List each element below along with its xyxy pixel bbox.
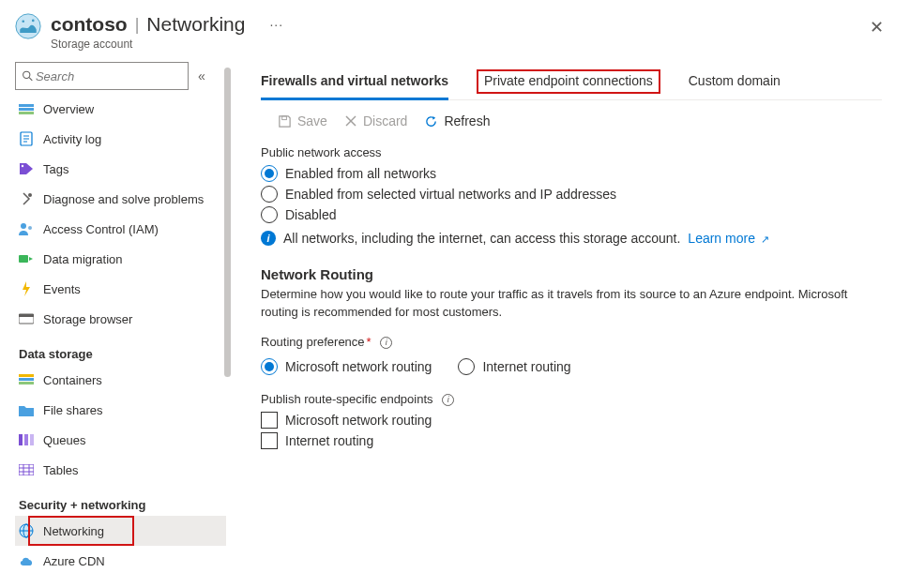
sidebar-item-label: Tags xyxy=(43,162,68,176)
sidebar-item-label: Overview xyxy=(43,102,94,116)
access-control-icon xyxy=(19,221,34,236)
sidebar-item-label: Diagnose and solve problems xyxy=(43,192,204,206)
svg-point-0 xyxy=(16,14,40,38)
sidebar-item-containers[interactable]: Containers xyxy=(15,365,226,395)
radio-label: Microsoft network routing xyxy=(285,359,432,374)
svg-rect-16 xyxy=(19,255,28,263)
svg-rect-21 xyxy=(19,382,34,384)
more-actions-icon[interactable]: ··· xyxy=(269,17,283,32)
sidebar-item-access-control[interactable]: Access Control (IAM) xyxy=(15,214,226,244)
radio-enabled-selected[interactable]: Enabled from selected virtual networks a… xyxy=(261,186,882,203)
info-tooltip-icon[interactable]: i xyxy=(380,337,392,349)
radio-icon xyxy=(261,186,278,203)
radio-ms-routing[interactable]: Microsoft network routing xyxy=(261,358,432,375)
sidebar-item-storage-browser[interactable]: Storage browser xyxy=(15,304,226,334)
radio-label: Internet routing xyxy=(482,359,570,374)
annotation-highlight: Private endpoint connections xyxy=(477,69,660,94)
svg-rect-24 xyxy=(30,434,34,445)
resource-name: contoso xyxy=(51,13,128,36)
discard-icon xyxy=(344,114,357,128)
main-content: Firewalls and virtual networks Private e… xyxy=(233,58,910,588)
file-shares-icon xyxy=(19,402,34,417)
svg-rect-5 xyxy=(19,104,34,107)
checkbox-icon xyxy=(261,432,278,449)
routing-preference-label: Routing preference* i xyxy=(261,335,882,349)
radio-enabled-all[interactable]: Enabled from all networks xyxy=(261,165,882,182)
label-text: Routing preference xyxy=(261,335,365,349)
svg-point-1 xyxy=(22,20,24,23)
required-indicator: * xyxy=(367,335,372,349)
sidebar-item-label: Activity log xyxy=(43,132,101,146)
containers-icon xyxy=(19,372,34,387)
svg-rect-18 xyxy=(19,314,34,317)
diagnose-icon xyxy=(19,191,34,206)
publish-endpoints-label: Publish route-specific endpoints i xyxy=(261,392,882,406)
discard-button: Discard xyxy=(344,113,407,128)
sidebar-item-queues[interactable]: Queues xyxy=(15,425,226,455)
svg-rect-6 xyxy=(19,108,34,111)
storage-account-icon xyxy=(15,13,41,39)
resource-type: Storage account xyxy=(51,38,283,51)
checkbox-label: Microsoft network routing xyxy=(285,413,432,428)
svg-point-13 xyxy=(28,193,32,197)
refresh-icon xyxy=(424,114,438,128)
info-text: All networks, including the internet, ca… xyxy=(283,231,680,246)
svg-rect-7 xyxy=(19,112,34,114)
tab-bar: Firewalls and virtual networks Private e… xyxy=(261,73,882,100)
svg-line-4 xyxy=(29,78,32,81)
annotation-highlight xyxy=(28,516,134,546)
refresh-button[interactable]: Refresh xyxy=(424,113,490,128)
close-button[interactable]: ✕ xyxy=(862,13,891,41)
svg-rect-22 xyxy=(19,434,23,445)
radio-icon xyxy=(261,358,278,375)
scrollbar-thumb[interactable] xyxy=(224,68,231,377)
radio-icon xyxy=(458,358,475,375)
radio-internet-routing[interactable]: Internet routing xyxy=(458,358,570,375)
save-label: Save xyxy=(297,113,327,128)
sidebar-item-diagnose[interactable]: Diagnose and solve problems xyxy=(15,184,226,214)
storage-browser-icon xyxy=(19,311,34,326)
sidebar-group-data-storage: Data storage xyxy=(15,334,233,365)
events-icon xyxy=(19,281,34,296)
sidebar-item-activity-log[interactable]: Activity log xyxy=(15,124,226,154)
search-input-wrapper[interactable] xyxy=(15,62,189,90)
sidebar-item-events[interactable]: Events xyxy=(15,274,226,304)
sidebar-group-security: Security + networking xyxy=(15,485,233,516)
svg-point-14 xyxy=(21,223,26,229)
save-icon xyxy=(278,114,292,128)
sidebar-item-tables[interactable]: Tables xyxy=(15,455,226,485)
collapse-sidebar-icon[interactable]: « xyxy=(198,68,205,83)
sidebar-item-azure-cdn[interactable]: Azure CDN xyxy=(15,546,226,576)
checkbox-internet-routing[interactable]: Internet routing xyxy=(261,432,882,449)
title-divider: | xyxy=(135,15,140,35)
tables-icon xyxy=(19,462,34,477)
sidebar-item-file-shares[interactable]: File shares xyxy=(15,395,226,425)
sidebar-item-label: Tables xyxy=(43,463,79,477)
sidebar-item-label: Storage browser xyxy=(43,312,132,326)
checkbox-ms-routing[interactable]: Microsoft network routing xyxy=(261,412,882,429)
tab-firewalls[interactable]: Firewalls and virtual networks xyxy=(261,73,448,100)
search-input[interactable] xyxy=(34,68,182,84)
learn-more-link[interactable]: Learn more ↗ xyxy=(688,231,768,246)
sidebar-scrollbar[interactable] xyxy=(223,58,233,588)
refresh-label: Refresh xyxy=(444,113,490,128)
sidebar-item-label: Azure CDN xyxy=(43,554,105,568)
discard-label: Discard xyxy=(363,113,407,128)
svg-rect-25 xyxy=(19,464,34,475)
tab-custom-domain[interactable]: Custom domain xyxy=(689,73,781,99)
sidebar-item-tags[interactable]: Tags xyxy=(15,154,226,184)
tab-private-endpoints[interactable]: Private endpoint connections xyxy=(477,73,660,98)
svg-rect-23 xyxy=(24,434,28,445)
label-text: Publish route-specific endpoints xyxy=(261,392,433,406)
info-tooltip-icon[interactable]: i xyxy=(442,394,454,406)
sidebar-item-overview[interactable]: Overview xyxy=(15,94,226,124)
sidebar-item-data-migration[interactable]: Data migration xyxy=(15,244,226,274)
sidebar: « Overview Activity log Tags Diagnose an… xyxy=(0,58,233,588)
sidebar-item-label: Containers xyxy=(43,373,102,387)
svg-rect-19 xyxy=(19,374,34,377)
network-routing-desc: Determine how you would like to route yo… xyxy=(261,286,861,322)
network-routing-title: Network Routing xyxy=(261,266,882,282)
radio-icon xyxy=(261,165,278,182)
page-title: Networking xyxy=(146,13,245,36)
radio-disabled[interactable]: Disabled xyxy=(261,206,882,223)
